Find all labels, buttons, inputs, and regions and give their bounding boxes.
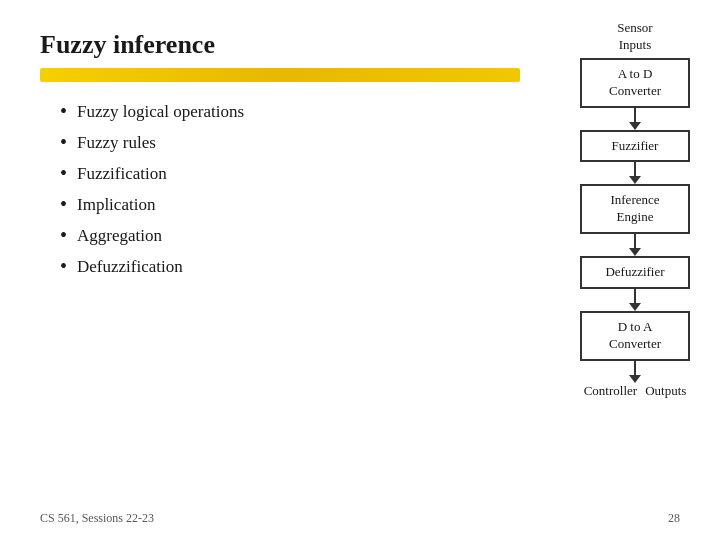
arrow-5 — [629, 361, 641, 383]
slide-container: Fuzzy inference Fuzzy logical operations… — [0, 0, 720, 540]
box-fuzzifier: Fuzzifier — [580, 130, 690, 163]
box-inference-engine: InferenceEngine — [580, 184, 690, 234]
footer-left: CS 561, Sessions 22-23 — [40, 511, 154, 526]
sensor-label: SensorInputs — [617, 20, 652, 54]
box-d-to-a: D to AConverter — [580, 311, 690, 361]
arrow-1 — [629, 108, 641, 130]
box-defuzzifier: Defuzzifier — [580, 256, 690, 289]
footer-right: 28 — [668, 511, 680, 526]
decorative-bar — [40, 68, 520, 82]
flowchart-diagram: SensorInputs A to DConverter Fuzzifier I… — [580, 20, 690, 399]
arrow-3 — [629, 234, 641, 256]
footer: CS 561, Sessions 22-23 28 — [0, 511, 720, 526]
arrow-4 — [629, 289, 641, 311]
bottom-labels: Controller Outputs — [584, 383, 687, 399]
outputs-label: Outputs — [645, 383, 686, 399]
controller-label: Controller — [584, 383, 637, 399]
box-a-to-d: A to DConverter — [580, 58, 690, 108]
arrow-2 — [629, 162, 641, 184]
